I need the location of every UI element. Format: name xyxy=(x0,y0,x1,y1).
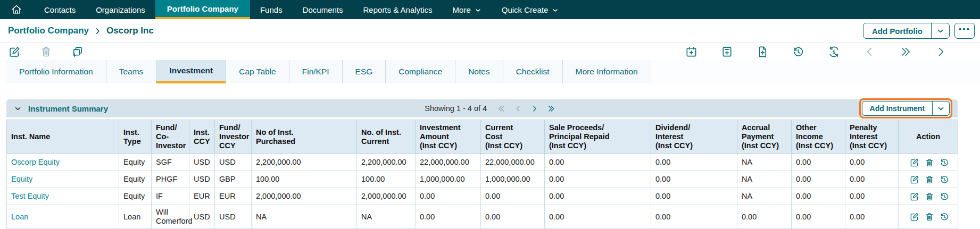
table-cell: 2,200,000.00 xyxy=(357,154,416,171)
add-file-icon[interactable] xyxy=(757,46,769,58)
tab-checklist[interactable]: Checklist xyxy=(503,60,562,83)
tab-investment[interactable]: Investment xyxy=(156,60,226,83)
tab-teams[interactable]: Teams xyxy=(106,60,156,83)
table-cell: 100.00 xyxy=(357,171,416,188)
next-page-icon[interactable] xyxy=(530,105,538,113)
table-cell: NA xyxy=(252,205,357,229)
pagination-group: Showing 1 - 4 of 4 xyxy=(425,104,555,113)
currency-refresh-icon[interactable] xyxy=(828,46,840,58)
header-actions: Add Portfolio ••• xyxy=(863,23,975,39)
table-cell: 0.00 xyxy=(545,205,651,229)
nav-item-label: Documents xyxy=(303,5,343,14)
add-instrument-dropdown-toggle[interactable] xyxy=(932,101,949,115)
nav-item-documents[interactable]: Documents xyxy=(293,0,353,19)
history-icon[interactable] xyxy=(940,158,949,167)
table-cell: 0.00 xyxy=(651,154,737,171)
ellipsis-icon: ••• xyxy=(959,24,970,33)
add-portfolio-split-button: Add Portfolio xyxy=(863,23,950,39)
toolbar-left-group xyxy=(9,46,84,58)
edit-icon[interactable] xyxy=(910,158,919,167)
tab-fin-kpi[interactable]: Fin/KPI xyxy=(289,60,342,83)
table-cell: NA xyxy=(737,171,792,188)
table-cell: USD xyxy=(215,154,252,171)
nav-item-organizations[interactable]: Organizations xyxy=(86,0,155,19)
home-nav-item[interactable] xyxy=(0,0,34,19)
table-cell: USD xyxy=(189,171,215,188)
tab-portfolio-information[interactable]: Portfolio Information xyxy=(6,60,106,83)
nav-item-label: Funds xyxy=(260,5,283,14)
table-cell: 0.00 xyxy=(651,205,737,229)
instrument-name-link[interactable]: Loan xyxy=(11,213,28,221)
table-cell: 0.00 xyxy=(792,188,845,205)
table-cell: 1,000,000.00 xyxy=(416,171,481,188)
collapse-section-toggle[interactable] xyxy=(14,105,22,113)
breadcrumb: Portfolio Company Oscorp Inc xyxy=(8,26,154,36)
cell-inst-name: Oscorp Equity xyxy=(7,154,119,171)
breadcrumb-current: Oscorp Inc xyxy=(106,26,154,36)
double-chevron-right-icon[interactable] xyxy=(899,46,911,58)
delete-icon[interactable] xyxy=(925,192,934,201)
add-note-icon[interactable] xyxy=(721,46,733,58)
column-header-no-of-inst: No of Inst. Purchased xyxy=(252,120,357,154)
copy-add-icon[interactable] xyxy=(71,46,84,58)
add-event-icon[interactable] xyxy=(685,46,697,58)
page-header: Portfolio Company Oscorp Inc Add Portfol… xyxy=(0,19,980,43)
add-portfolio-button[interactable]: Add Portfolio xyxy=(863,23,931,38)
more-actions-button[interactable]: ••• xyxy=(954,23,975,39)
nav-item-more[interactable]: More xyxy=(443,0,492,19)
nav-item-quick-create[interactable]: Quick Create xyxy=(492,0,569,19)
tab-more-information[interactable]: More Information xyxy=(562,60,651,83)
chevron-left-icon xyxy=(863,46,876,58)
cell-inst-name: Test Equity xyxy=(7,188,119,205)
table-cell: 0.00 xyxy=(651,171,737,188)
delete-icon[interactable] xyxy=(925,158,934,167)
instrument-summary-table: Inst. NameInst. TypeFund/ Co- InvestorIn… xyxy=(6,120,958,229)
table-row: EquityEquityPHGFUSDGBP100.00100.001,000,… xyxy=(7,171,958,188)
column-header-accrual: Accrual Payment (Inst CCY) xyxy=(737,120,792,154)
delete-icon[interactable] xyxy=(925,212,934,222)
column-header-dividend: Dividend/ Interest (Inst CCY) xyxy=(651,120,737,154)
column-header-sale-proceeds: Sale Proceeds/ Principal Repaid (Inst CC… xyxy=(545,120,651,154)
table-cell: GBP xyxy=(215,171,252,188)
history-icon[interactable] xyxy=(792,46,804,58)
edit-icon[interactable] xyxy=(9,46,21,58)
table-cell: 0.00 xyxy=(845,188,899,205)
column-header-fund: Fund/ Co- Investor xyxy=(152,120,189,154)
instrument-name-link[interactable]: Oscorp Equity xyxy=(11,158,60,166)
last-page-icon[interactable] xyxy=(547,105,555,113)
breadcrumb-parent[interactable]: Portfolio Company xyxy=(8,26,89,36)
delete-icon[interactable] xyxy=(925,175,934,184)
instrument-name-link[interactable]: Test Equity xyxy=(11,192,49,200)
record-tabs: Portfolio InformationTeamsInvestmentCap … xyxy=(0,60,980,83)
add-instrument-button[interactable]: Add Instrument xyxy=(862,101,932,115)
history-icon[interactable] xyxy=(940,192,949,201)
nav-item-portfolio-company[interactable]: Portfolio Company xyxy=(155,0,250,19)
nav-item-reports-analytics[interactable]: Reports & Analytics xyxy=(353,0,443,19)
add-instrument-highlight: Add Instrument xyxy=(859,98,952,118)
add-portfolio-dropdown-toggle[interactable] xyxy=(931,23,949,38)
table-cell: EUR xyxy=(189,188,215,205)
edit-icon[interactable] xyxy=(910,175,919,184)
edit-icon[interactable] xyxy=(910,192,919,201)
instrument-name-link[interactable]: Equity xyxy=(11,175,32,183)
history-icon[interactable] xyxy=(940,175,949,184)
nav-item-contacts[interactable]: Contacts xyxy=(34,0,86,19)
table-cell: Will Comerford xyxy=(152,205,189,229)
nav-item-label: Contacts xyxy=(44,5,76,14)
delete-icon xyxy=(40,46,52,58)
history-icon[interactable] xyxy=(940,212,949,222)
column-header-inst: Inst. Type xyxy=(119,120,152,154)
record-toolbar xyxy=(0,43,980,60)
tab-esg[interactable]: ESG xyxy=(342,60,386,83)
table-row: Test EquityEquityIFEUREUR2,000,000.002,0… xyxy=(7,188,958,205)
chevron-right-icon[interactable] xyxy=(935,46,947,58)
tab-compliance[interactable]: Compliance xyxy=(385,60,455,83)
column-header-action: Action xyxy=(899,120,958,154)
table-cell: NA xyxy=(737,154,792,171)
edit-icon[interactable] xyxy=(910,212,919,222)
nav-item-funds[interactable]: Funds xyxy=(250,0,293,19)
tab-cap-table[interactable]: Cap Table xyxy=(226,60,289,83)
table-cell: 0.00 xyxy=(845,154,899,171)
table-cell: SGF xyxy=(152,154,189,171)
tab-notes[interactable]: Notes xyxy=(455,60,503,83)
